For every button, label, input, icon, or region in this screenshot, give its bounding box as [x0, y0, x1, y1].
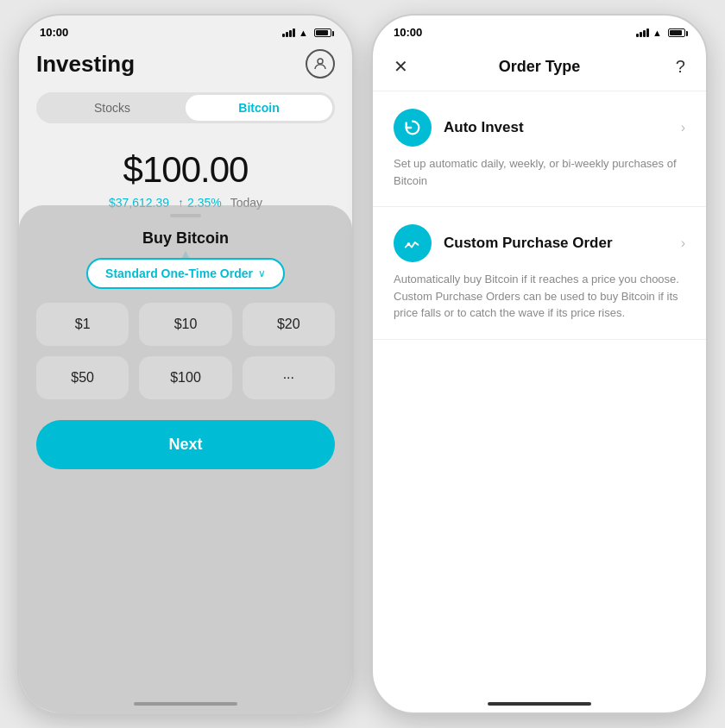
time-right: 10:00: [394, 26, 422, 39]
custom-order-icon: [394, 224, 432, 262]
order-type-selector[interactable]: Standard One-Time Order ∨: [86, 258, 285, 289]
auto-invest-name: Auto Invest: [444, 119, 681, 136]
amount-btn-1[interactable]: $1: [36, 303, 129, 346]
auto-invest-row: Auto Invest ›: [394, 109, 685, 147]
tab-bitcoin[interactable]: Bitcoin: [186, 95, 332, 121]
auto-invest-icon: [394, 109, 432, 147]
notch-left: [129, 16, 242, 40]
investing-header: Investing: [36, 42, 335, 92]
wifi-icon: ▲: [299, 28, 308, 38]
signal-icon-right: [636, 28, 649, 37]
next-button[interactable]: Next: [36, 420, 335, 469]
custom-order-desc: Automatically buy Bitcoin if it reaches …: [394, 271, 685, 322]
signal-icon: [282, 28, 295, 37]
tab-bar: Stocks Bitcoin: [36, 92, 335, 123]
investing-title: Investing: [36, 51, 135, 78]
custom-order-row: Custom Purchase Order ›: [394, 224, 685, 262]
time-left: 10:00: [40, 26, 68, 39]
amount-btn-10[interactable]: $10: [139, 303, 231, 346]
battery-icon: [314, 28, 331, 37]
home-bar-right: [488, 702, 591, 706]
amount-btn-more[interactable]: ···: [243, 356, 335, 399]
order-type-chevron-icon: ∨: [258, 267, 266, 279]
auto-invest-option[interactable]: Auto Invest › Set up automatic daily, we…: [373, 91, 706, 207]
auto-invest-desc: Set up automatic daily, weekly, or bi-we…: [394, 155, 685, 189]
order-type-title: Order Type: [499, 58, 581, 76]
svg-point-0: [318, 59, 323, 64]
notch-right: [483, 16, 596, 40]
amount-btn-100[interactable]: $100: [139, 356, 231, 399]
left-phone: 10:00 ▲ Investing: [17, 14, 354, 714]
amount-grid: $1 $10 $20 $50 $100 ···: [19, 303, 352, 413]
avatar-icon[interactable]: [306, 49, 335, 78]
custom-order-chevron-icon: ›: [681, 235, 685, 251]
close-button[interactable]: ✕: [394, 56, 419, 77]
wifi-icon-right: ▲: [652, 28, 662, 38]
amount-btn-50[interactable]: $50: [36, 356, 129, 399]
buy-modal: Buy Bitcoin Standard One-Time Order ∨ $1…: [19, 205, 352, 712]
auto-invest-chevron-icon: ›: [681, 120, 685, 135]
status-icons-left: ▲: [282, 28, 331, 38]
custom-order-option[interactable]: Custom Purchase Order › Automatically bu…: [373, 207, 706, 340]
help-button[interactable]: ?: [659, 57, 685, 77]
main-price: $100.00: [36, 149, 335, 191]
right-phone: 10:00 ▲ ✕ Order Type ?: [371, 14, 708, 714]
custom-order-name: Custom Purchase Order: [444, 235, 681, 252]
modal-title: Buy Bitcoin: [19, 217, 352, 254]
battery-icon-right: [668, 28, 685, 37]
svg-point-1: [408, 243, 410, 245]
home-bar-left: [134, 702, 237, 706]
amount-btn-20[interactable]: $20: [243, 303, 335, 346]
order-type-header: ✕ Order Type ?: [373, 42, 706, 91]
order-type-text: Standard One-Time Order: [105, 267, 253, 280]
tab-stocks[interactable]: Stocks: [39, 95, 186, 121]
status-icons-right: ▲: [636, 28, 685, 38]
